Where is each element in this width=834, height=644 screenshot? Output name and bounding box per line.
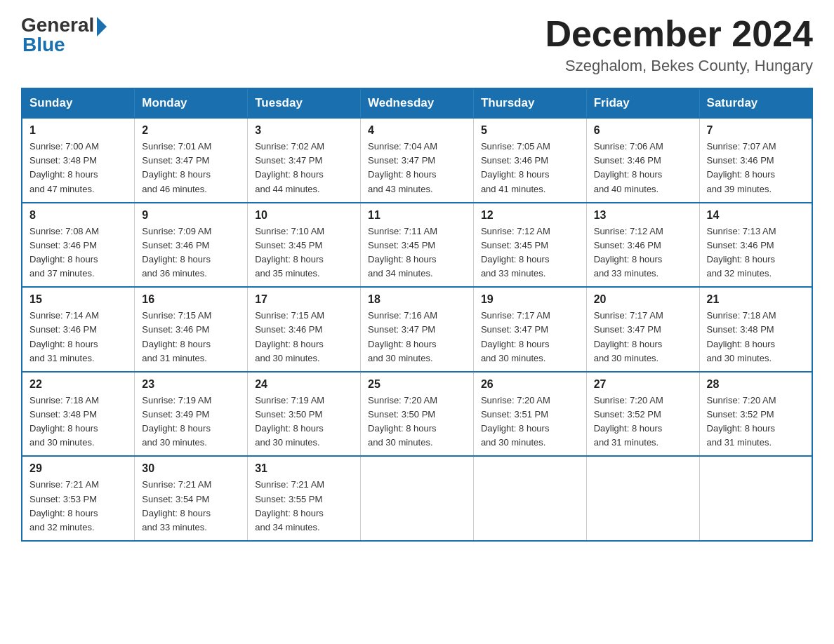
calendar-cell: 20Sunrise: 7:17 AMSunset: 3:47 PMDayligh…: [586, 287, 699, 372]
day-number: 7: [707, 124, 805, 137]
calendar-cell: 5Sunrise: 7:05 AMSunset: 3:46 PMDaylight…: [473, 118, 586, 203]
calendar-table: SundayMondayTuesdayWednesdayThursdayFrid…: [21, 88, 813, 542]
page-header: General Blue December 2024 Szeghalom, Be…: [21, 14, 813, 75]
day-info: Sunrise: 7:20 AMSunset: 3:52 PMDaylight:…: [707, 394, 805, 450]
day-number: 26: [481, 378, 579, 391]
calendar-week-row: 8Sunrise: 7:08 AMSunset: 3:46 PMDaylight…: [22, 203, 812, 288]
calendar-cell: 19Sunrise: 7:17 AMSunset: 3:47 PMDayligh…: [473, 287, 586, 372]
col-header-tuesday: Tuesday: [248, 88, 361, 118]
col-header-saturday: Saturday: [699, 88, 812, 118]
day-info: Sunrise: 7:09 AMSunset: 3:46 PMDaylight:…: [142, 224, 240, 281]
day-info: Sunrise: 7:18 AMSunset: 3:48 PMDaylight:…: [707, 309, 805, 365]
calendar-cell: 1Sunrise: 7:00 AMSunset: 3:48 PMDaylight…: [22, 118, 135, 203]
calendar-cell: 9Sunrise: 7:09 AMSunset: 3:46 PMDaylight…: [135, 203, 248, 288]
col-header-friday: Friday: [586, 88, 699, 118]
calendar-cell: [473, 456, 586, 541]
calendar-cell: 24Sunrise: 7:19 AMSunset: 3:50 PMDayligh…: [248, 372, 361, 457]
calendar-cell: 12Sunrise: 7:12 AMSunset: 3:45 PMDayligh…: [473, 203, 586, 288]
day-info: Sunrise: 7:19 AMSunset: 3:49 PMDaylight:…: [142, 394, 240, 450]
day-number: 1: [29, 124, 127, 137]
day-number: 15: [29, 293, 127, 306]
day-info: Sunrise: 7:02 AMSunset: 3:47 PMDaylight:…: [255, 140, 353, 196]
day-info: Sunrise: 7:20 AMSunset: 3:50 PMDaylight:…: [368, 394, 466, 450]
calendar-cell: 15Sunrise: 7:14 AMSunset: 3:46 PMDayligh…: [22, 287, 135, 372]
day-info: Sunrise: 7:16 AMSunset: 3:47 PMDaylight:…: [368, 309, 466, 365]
day-number: 17: [255, 293, 353, 306]
day-number: 25: [368, 378, 466, 391]
day-info: Sunrise: 7:15 AMSunset: 3:46 PMDaylight:…: [255, 309, 353, 365]
day-info: Sunrise: 7:00 AMSunset: 3:48 PMDaylight:…: [29, 140, 127, 196]
col-header-wednesday: Wednesday: [361, 88, 474, 118]
day-number: 18: [368, 293, 466, 306]
col-header-thursday: Thursday: [473, 88, 586, 118]
day-info: Sunrise: 7:21 AMSunset: 3:55 PMDaylight:…: [255, 478, 353, 535]
calendar-cell: 3Sunrise: 7:02 AMSunset: 3:47 PMDaylight…: [248, 118, 361, 203]
day-info: Sunrise: 7:04 AMSunset: 3:47 PMDaylight:…: [368, 140, 466, 196]
calendar-cell: 23Sunrise: 7:19 AMSunset: 3:49 PMDayligh…: [135, 372, 248, 457]
calendar-cell: 8Sunrise: 7:08 AMSunset: 3:46 PMDaylight…: [22, 203, 135, 288]
calendar-cell: 25Sunrise: 7:20 AMSunset: 3:50 PMDayligh…: [361, 372, 474, 457]
day-info: Sunrise: 7:20 AMSunset: 3:52 PMDaylight:…: [594, 394, 692, 450]
day-number: 28: [707, 378, 805, 391]
calendar-cell: 21Sunrise: 7:18 AMSunset: 3:48 PMDayligh…: [699, 287, 812, 372]
day-number: 29: [29, 462, 127, 475]
calendar-cell: 30Sunrise: 7:21 AMSunset: 3:54 PMDayligh…: [135, 456, 248, 541]
calendar-cell: 17Sunrise: 7:15 AMSunset: 3:46 PMDayligh…: [248, 287, 361, 372]
day-info: Sunrise: 7:20 AMSunset: 3:51 PMDaylight:…: [481, 394, 579, 450]
day-number: 19: [481, 293, 579, 306]
day-number: 22: [29, 378, 127, 391]
day-number: 16: [142, 293, 240, 306]
day-info: Sunrise: 7:05 AMSunset: 3:46 PMDaylight:…: [481, 140, 579, 196]
day-number: 8: [29, 209, 127, 222]
month-title: December 2024: [545, 14, 813, 54]
day-number: 6: [594, 124, 692, 137]
calendar-cell: 7Sunrise: 7:07 AMSunset: 3:46 PMDaylight…: [699, 118, 812, 203]
calendar-cell: 16Sunrise: 7:15 AMSunset: 3:46 PMDayligh…: [135, 287, 248, 372]
calendar-cell: 6Sunrise: 7:06 AMSunset: 3:46 PMDaylight…: [586, 118, 699, 203]
title-block: December 2024 Szeghalom, Bekes County, H…: [545, 14, 813, 75]
logo: General Blue: [21, 14, 107, 56]
day-number: 12: [481, 209, 579, 222]
day-number: 4: [368, 124, 466, 137]
calendar-cell: 28Sunrise: 7:20 AMSunset: 3:52 PMDayligh…: [699, 372, 812, 457]
day-info: Sunrise: 7:10 AMSunset: 3:45 PMDaylight:…: [255, 224, 353, 281]
day-info: Sunrise: 7:13 AMSunset: 3:46 PMDaylight:…: [707, 224, 805, 281]
day-info: Sunrise: 7:21 AMSunset: 3:54 PMDaylight:…: [142, 478, 240, 535]
day-number: 11: [368, 209, 466, 222]
day-number: 10: [255, 209, 353, 222]
calendar-week-row: 29Sunrise: 7:21 AMSunset: 3:53 PMDayligh…: [22, 456, 812, 541]
day-info: Sunrise: 7:12 AMSunset: 3:45 PMDaylight:…: [481, 224, 579, 281]
calendar-cell: 13Sunrise: 7:12 AMSunset: 3:46 PMDayligh…: [586, 203, 699, 288]
day-info: Sunrise: 7:01 AMSunset: 3:47 PMDaylight:…: [142, 140, 240, 196]
day-number: 14: [707, 209, 805, 222]
calendar-cell: [361, 456, 474, 541]
day-number: 3: [255, 124, 353, 137]
calendar-cell: 4Sunrise: 7:04 AMSunset: 3:47 PMDaylight…: [361, 118, 474, 203]
calendar-cell: 22Sunrise: 7:18 AMSunset: 3:48 PMDayligh…: [22, 372, 135, 457]
location-title: Szeghalom, Bekes County, Hungary: [545, 57, 813, 75]
day-info: Sunrise: 7:14 AMSunset: 3:46 PMDaylight:…: [29, 309, 127, 365]
day-info: Sunrise: 7:18 AMSunset: 3:48 PMDaylight:…: [29, 394, 127, 450]
day-info: Sunrise: 7:08 AMSunset: 3:46 PMDaylight:…: [29, 224, 127, 281]
calendar-cell: 26Sunrise: 7:20 AMSunset: 3:51 PMDayligh…: [473, 372, 586, 457]
day-number: 23: [142, 378, 240, 391]
calendar-cell: 10Sunrise: 7:10 AMSunset: 3:45 PMDayligh…: [248, 203, 361, 288]
calendar-cell: 29Sunrise: 7:21 AMSunset: 3:53 PMDayligh…: [22, 456, 135, 541]
calendar-cell: 31Sunrise: 7:21 AMSunset: 3:55 PMDayligh…: [248, 456, 361, 541]
logo-blue-text: Blue: [22, 34, 107, 56]
day-number: 30: [142, 462, 240, 475]
calendar-cell: 11Sunrise: 7:11 AMSunset: 3:45 PMDayligh…: [361, 203, 474, 288]
col-header-monday: Monday: [135, 88, 248, 118]
day-number: 13: [594, 209, 692, 222]
calendar-week-row: 22Sunrise: 7:18 AMSunset: 3:48 PMDayligh…: [22, 372, 812, 457]
calendar-week-row: 1Sunrise: 7:00 AMSunset: 3:48 PMDaylight…: [22, 118, 812, 203]
day-number: 27: [594, 378, 692, 391]
calendar-cell: 18Sunrise: 7:16 AMSunset: 3:47 PMDayligh…: [361, 287, 474, 372]
day-number: 21: [707, 293, 805, 306]
day-info: Sunrise: 7:06 AMSunset: 3:46 PMDaylight:…: [594, 140, 692, 196]
col-header-sunday: Sunday: [22, 88, 135, 118]
day-info: Sunrise: 7:12 AMSunset: 3:46 PMDaylight:…: [594, 224, 692, 281]
day-number: 20: [594, 293, 692, 306]
calendar-cell: [586, 456, 699, 541]
day-number: 2: [142, 124, 240, 137]
